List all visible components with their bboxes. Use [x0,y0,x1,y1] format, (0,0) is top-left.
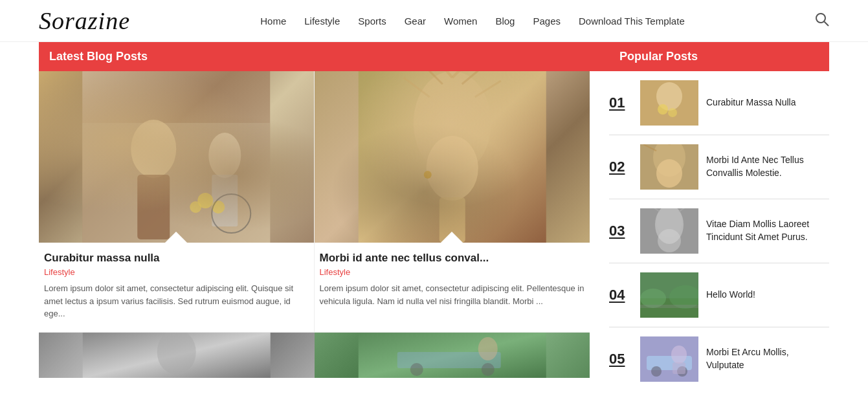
post-image-1[interactable] [39,71,314,243]
popular-title-5[interactable]: Morbi Et Arcu Mollis, Vulputate [706,346,829,371]
popular-number-2: 02 [609,159,632,175]
popular-title-2[interactable]: Morbi Id Ante Nec Tellus Convallis Moles… [706,154,829,179]
post-indicator-2 [440,232,463,243]
nav-home[interactable]: Home [260,16,286,27]
svg-line-16 [423,71,442,84]
svg-point-32 [658,104,668,115]
nav-blog[interactable]: Blog [495,16,515,27]
svg-point-20 [426,136,478,201]
popular-thumb-4[interactable] [640,272,698,318]
svg-rect-12 [358,71,546,243]
popular-title-4[interactable]: Hello World! [706,289,755,302]
posts-grid: Curabitur massa nulla Lifestyle Lorem ip… [39,71,590,332]
svg-point-10 [190,201,201,213]
svg-point-6 [208,133,241,178]
svg-rect-2 [82,71,270,243]
blog-section: Curabitur massa nulla Lifestyle Lorem ip… [39,71,609,391]
popular-item: 05 Morbi Et Arcu Mollis, Vulputate [609,327,829,391]
post-category-1[interactable]: Lifestyle [44,267,309,277]
blog-section-title: Latest Blog Posts [49,50,148,63]
post-image-2[interactable] [315,71,590,243]
svg-rect-56 [673,362,685,374]
popular-item: 03 Vitae Diam Mollis Laoreet Tincidunt S… [609,199,829,263]
blog-section-bar: Latest Blog Posts [39,42,609,71]
main-nav: Home Lifestyle Sports Gear Women Blog Pa… [260,16,684,27]
post-excerpt-2: Lorem ipsum dolor sit amet, consectetur … [320,282,585,307]
post-title-2[interactable]: Morbi id ante nec tellus conval... [320,252,585,265]
popular-title-1[interactable]: Curabitur Massa Nulla [706,96,796,109]
popular-number-3: 03 [609,223,632,239]
post-category-2[interactable]: Lifestyle [320,267,585,277]
svg-point-11 [212,194,250,233]
svg-rect-50 [640,305,698,308]
search-icon[interactable] [815,12,829,30]
svg-line-14 [436,71,452,78]
svg-point-28 [481,363,494,376]
svg-point-4 [131,120,176,178]
popular-item: 02 Morbi Id Ante Nec Tellus Convallis Mo… [609,135,829,199]
svg-line-17 [462,71,481,84]
post-bottom-img-1[interactable] [39,333,315,378]
svg-point-13 [413,71,491,175]
popular-number-4: 04 [609,287,632,303]
svg-point-39 [656,159,682,188]
svg-rect-5 [137,175,170,239]
svg-point-53 [651,366,662,377]
nav-sports[interactable]: Sports [358,16,386,27]
posts-bottom-row [39,332,590,378]
svg-line-18 [403,78,429,97]
popular-number-5: 05 [609,351,632,368]
site-logo[interactable]: Sorazine [39,6,130,35]
popular-item: 01 Curabitur Massa Nulla [609,71,829,135]
popular-thumb-1[interactable] [640,80,698,126]
svg-point-27 [410,363,423,376]
section-bars: Latest Blog Posts Popular Posts [39,42,829,71]
post-content-1: Curabitur massa nulla Lifestyle Lorem ip… [39,243,314,325]
svg-point-33 [668,108,677,117]
svg-point-29 [478,337,497,360]
sidebar: 01 Curabitur Massa Nulla 02 [609,71,829,391]
svg-line-15 [452,71,468,78]
svg-point-22 [423,171,431,179]
main-layout: Curabitur massa nulla Lifestyle Lorem ip… [0,71,868,391]
svg-line-19 [474,81,500,97]
post-indicator-1 [164,232,188,243]
popular-thumb-5[interactable] [640,336,698,382]
svg-rect-7 [212,175,238,226]
nav-download[interactable]: Download This Template [579,16,685,27]
post-excerpt-1: Lorem ipsum dolor sit amet, consectetur … [44,282,309,320]
post-title-1[interactable]: Curabitur massa nulla [44,252,309,265]
svg-point-55 [671,346,687,364]
nav-pages[interactable]: Pages [533,16,561,27]
nav-lifestyle[interactable]: Lifestyle [304,16,340,27]
popular-section-bar: Popular Posts [609,42,829,71]
svg-point-0 [816,14,825,23]
header: Sorazine Home Lifestyle Sports Gear Wome… [0,0,868,42]
popular-thumb-3[interactable] [640,208,698,254]
popular-section-title: Popular Posts [619,50,698,63]
svg-point-45 [658,229,681,252]
post-card: Morbi id ante nec tellus conval... Lifes… [315,71,590,332]
popular-title-3[interactable]: Vitae Diam Mollis Laoreet Tincidunt Sit … [706,218,829,243]
popular-item: 04 Hello World! [609,263,829,327]
post-card: Curabitur massa nulla Lifestyle Lorem ip… [39,71,315,332]
popular-thumb-2[interactable] [640,144,698,190]
nav-women[interactable]: Women [444,16,477,27]
svg-point-9 [212,201,225,214]
post-bottom-img-2[interactable] [315,333,590,378]
popular-number-1: 01 [609,94,632,111]
svg-rect-3 [82,123,270,243]
nav-gear[interactable]: Gear [405,16,426,27]
popular-list: 01 Curabitur Massa Nulla 02 [609,71,829,391]
svg-point-8 [197,193,213,208]
post-content-2: Morbi id ante nec tellus conval... Lifes… [315,243,590,313]
svg-line-1 [824,21,829,26]
